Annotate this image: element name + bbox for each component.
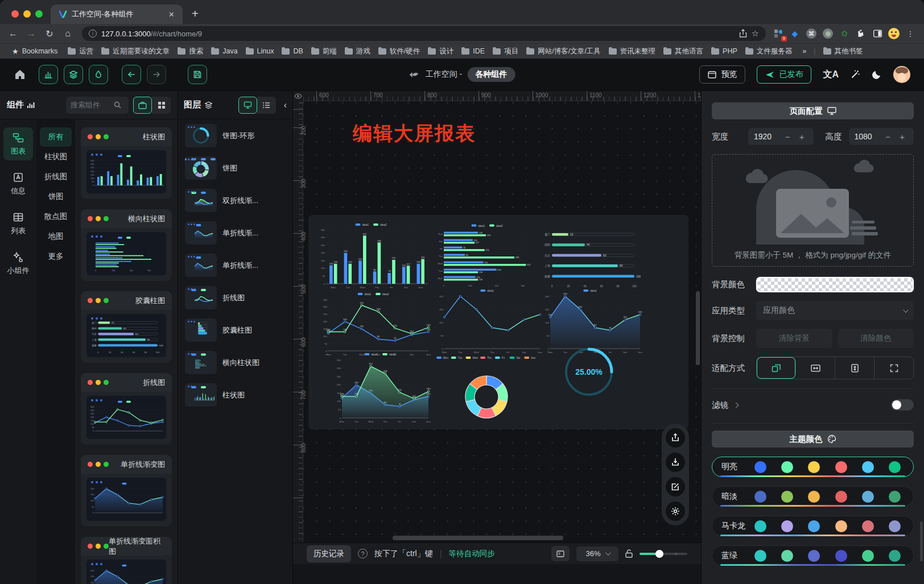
bookmark-item[interactable]: 前端: [307, 45, 341, 57]
bookmark-item[interactable]: 其他语言: [659, 45, 707, 57]
chevron-right-icon[interactable]: [733, 402, 739, 408]
ruler-corner[interactable]: [293, 91, 303, 101]
toolbox-view-button[interactable]: [133, 97, 152, 114]
publish-button[interactable]: 已发布: [757, 65, 811, 84]
canvas-chart-line[interactable]: data1050100150200MonTueWedThuFriSatSun: [435, 287, 544, 355]
canvas-chart-capsule[interactable]: 厦门20南阳40北京60上海80新疆100020406080100: [539, 225, 644, 289]
extensions-puzzle-icon[interactable]: [855, 28, 867, 39]
bookmark-item[interactable]: 网站/博客/文章/工具: [522, 45, 604, 57]
bookmark-item[interactable]: Linux: [242, 46, 278, 56]
horizontal-scrollbar[interactable]: [393, 536, 563, 540]
layer-item[interactable]: 单折线渐...: [185, 221, 292, 245]
layer-item[interactable]: 柱状图: [185, 383, 292, 407]
component-card[interactable]: 单折线渐变面积图050100150200: [81, 537, 172, 584]
redo-button[interactable]: [147, 65, 166, 84]
theme-row[interactable]: 暗淡: [712, 486, 914, 507]
browser-menu-icon[interactable]: ⋮: [905, 28, 916, 39]
clear-background-button[interactable]: 清除背景: [756, 329, 832, 348]
theme-color-dot[interactable]: [808, 520, 820, 532]
category-item[interactable]: 更多: [40, 247, 72, 266]
bookmark-item[interactable]: DB: [278, 46, 307, 56]
category-item[interactable]: 柱状图: [40, 147, 72, 167]
category-item[interactable]: 地图: [40, 227, 72, 246]
layer-item[interactable]: 胶囊柱图: [185, 318, 292, 342]
theme-color-dot[interactable]: [781, 550, 793, 562]
canvas-chart-line[interactable]: data1data2050100150200250300350MonTueWed…: [319, 290, 432, 357]
theme-color-dot[interactable]: [835, 520, 847, 532]
theme-color-dot[interactable]: [808, 491, 820, 503]
theme-row[interactable]: 蓝绿: [712, 545, 914, 566]
theme-color-dot[interactable]: [808, 550, 820, 562]
height-input[interactable]: 1080− +: [849, 128, 914, 145]
filter-toggle[interactable]: [891, 399, 914, 411]
save-button[interactable]: [188, 65, 207, 84]
layer-item[interactable]: 饼图-环形: [185, 124, 292, 147]
forward-icon[interactable]: →: [24, 28, 39, 39]
theme-color-dot[interactable]: [889, 491, 901, 503]
search-input[interactable]: [71, 101, 110, 109]
theme-color-dot[interactable]: [835, 491, 847, 503]
theme-color-dot[interactable]: [862, 550, 874, 562]
theme-color-dot[interactable]: [889, 461, 901, 473]
theme-color-dot[interactable]: [754, 520, 766, 532]
browser-tab[interactable]: 工作空间-各种组件 ✕: [51, 5, 183, 24]
category-item[interactable]: 饼图: [40, 187, 72, 206]
back-icon[interactable]: ←: [6, 28, 20, 39]
fit-full-button[interactable]: [874, 357, 913, 379]
bookmark-item[interactable]: 搜索: [174, 45, 207, 57]
settings-scrollbar[interactable]: [920, 521, 923, 561]
component-search[interactable]: [66, 97, 129, 114]
preview-button[interactable]: 预览: [699, 65, 745, 84]
edit-button[interactable]: [666, 477, 685, 496]
category-item[interactable]: 所有: [40, 127, 72, 147]
theme-color-dot[interactable]: [808, 461, 820, 473]
canvas-chart-bar[interactable]: data1data2050100150200250300350MonTueWed…: [316, 221, 430, 290]
theme-color-dot[interactable]: [754, 491, 766, 503]
history-panel-button[interactable]: [551, 546, 570, 561]
magic-wand-icon[interactable]: [850, 69, 860, 80]
canvas-chart-hbar[interactable]: data1data20100200300Sun130160Sat110117Fr…: [434, 222, 545, 288]
undo-button[interactable]: [122, 65, 141, 84]
component-card[interactable]: 柱状图050100150200250300350: [81, 127, 172, 199]
zoom-slider[interactable]: [640, 553, 687, 555]
canvas-chart-pie[interactable]: MonTueWedThuFriSatSun: [388, 353, 587, 428]
theme-color-dot[interactable]: [754, 461, 766, 473]
layers-mode-button[interactable]: [64, 65, 83, 84]
theme-color-dot[interactable]: [862, 491, 874, 503]
theme-color-dot[interactable]: [862, 520, 874, 532]
component-card[interactable]: 横向柱状图0100200300: [81, 209, 172, 281]
extension-diamond-icon[interactable]: ◆: [789, 28, 801, 39]
sidebar-item-list[interactable]: 列表: [3, 207, 33, 240]
component-card[interactable]: 折线图050100150200250300350: [81, 373, 172, 445]
bookmark-star-icon[interactable]: ☆: [752, 28, 759, 39]
canvas-view[interactable]: 6007008009001000110012001300 20030040050…: [293, 91, 701, 542]
chart-board[interactable]: data1data2050100150200250300350MonTueWed…: [308, 215, 688, 429]
site-info-icon[interactable]: i: [89, 30, 97, 38]
minimize-window-button[interactable]: [23, 10, 31, 18]
bookmarks-overflow[interactable]: »: [798, 46, 810, 56]
extension-circle-icon[interactable]: [822, 28, 834, 39]
theme-color-header[interactable]: 主题颜色: [712, 430, 914, 448]
close-window-button[interactable]: [11, 10, 19, 18]
extension-star-icon[interactable]: ✩: [839, 28, 850, 39]
bookmark-item[interactable]: 游戏: [341, 45, 374, 57]
canvas-chart-ring[interactable]: 25.00%: [562, 345, 616, 399]
bookmark-item[interactable]: 近期需要读的文章: [97, 45, 174, 57]
chart-mode-button[interactable]: [39, 65, 58, 84]
theme-color-dot[interactable]: [889, 520, 901, 532]
app-home-icon[interactable]: [14, 68, 26, 81]
extension-command-icon[interactable]: ⌘: [806, 28, 817, 39]
dark-mode-moon-icon[interactable]: [872, 69, 882, 80]
tab-close-icon[interactable]: ✕: [166, 10, 177, 19]
new-tab-button[interactable]: +: [183, 7, 208, 24]
thumbnail-view-button[interactable]: [238, 97, 257, 114]
bookmark-item[interactable]: 运营: [64, 45, 97, 57]
import-button[interactable]: [666, 453, 685, 472]
layer-item[interactable]: 单折线渐...: [185, 254, 292, 277]
category-item[interactable]: 折线图: [40, 167, 72, 187]
layer-item[interactable]: 饼图: [185, 156, 292, 180]
grid-view-button[interactable]: [152, 97, 171, 114]
bookmark-item[interactable]: 资讯未整理: [605, 45, 660, 57]
reload-icon[interactable]: ↻: [42, 28, 57, 39]
bookmark-item[interactable]: Java: [207, 46, 241, 56]
